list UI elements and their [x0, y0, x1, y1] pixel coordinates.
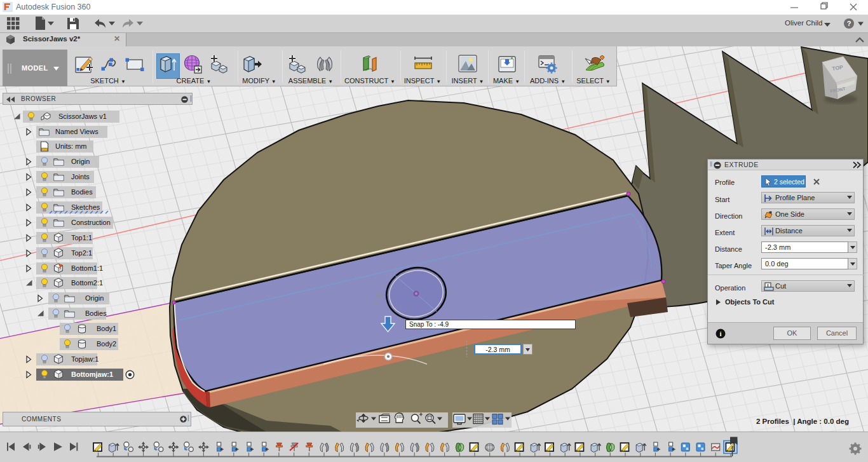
svg-text:?: ? — [847, 20, 851, 27]
svg-text:2 Profiles | Angle : 0.0 deg: 2 Profiles | Angle : 0.0 deg — [756, 418, 849, 425]
svg-text:i: i — [719, 330, 721, 337]
